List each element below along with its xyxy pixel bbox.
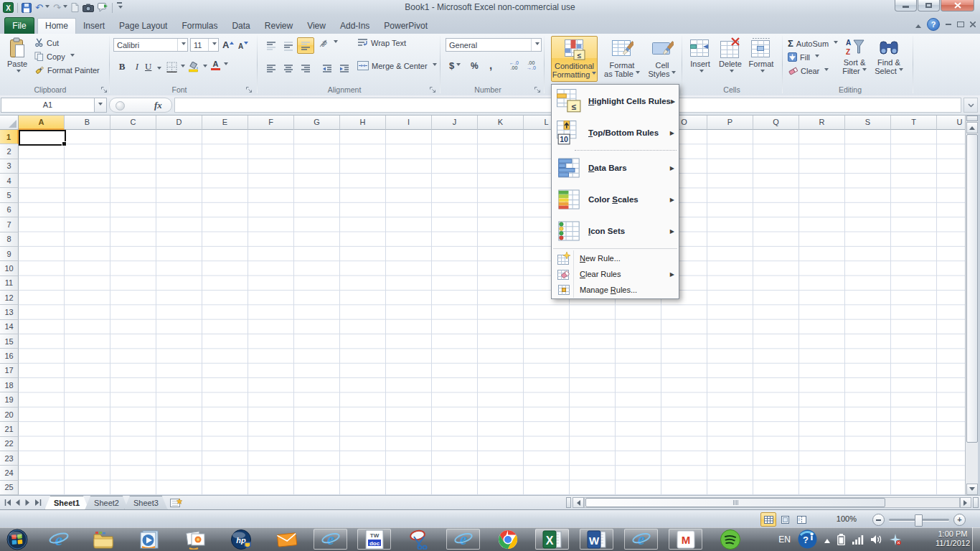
taskbar-mail[interactable] bbox=[270, 529, 303, 550]
menu-item-data-bars[interactable]: Data Bars ▶ bbox=[552, 152, 679, 184]
taskbar-word[interactable]: W bbox=[580, 529, 613, 550]
minimize-ribbon-icon[interactable] bbox=[915, 22, 921, 28]
taskbar-windows-explorer[interactable] bbox=[86, 529, 120, 550]
align-center-button[interactable] bbox=[280, 60, 297, 77]
column-header-R[interactable]: R bbox=[799, 116, 845, 130]
font-family-combo[interactable]: Calibri bbox=[113, 38, 188, 52]
workbook-minimize-icon[interactable] bbox=[946, 24, 951, 25]
taskbar-photo-viewer[interactable] bbox=[178, 529, 212, 550]
column-header-I[interactable]: I bbox=[386, 116, 432, 130]
network-signal-icon[interactable] bbox=[852, 534, 864, 545]
page-break-view-button[interactable] bbox=[793, 512, 809, 527]
tab-page-layout[interactable]: Page Layout bbox=[112, 18, 174, 34]
sheet-tab-sheet1[interactable]: Sheet1 bbox=[44, 496, 89, 510]
assistant-icon[interactable]: ? bbox=[798, 529, 817, 549]
clear-button[interactable]: Clear bbox=[788, 67, 829, 75]
column-header-B[interactable]: B bbox=[65, 116, 110, 130]
clock[interactable]: 1:00 PM 11/1/2012 bbox=[936, 529, 970, 548]
format-as-table-button[interactable]: Format as Table bbox=[600, 36, 644, 82]
selected-cell[interactable] bbox=[19, 130, 66, 146]
tab-powerpivot[interactable]: PowerPivot bbox=[377, 18, 435, 34]
column-header-T[interactable]: T bbox=[891, 116, 937, 130]
last-sheet-button[interactable] bbox=[33, 497, 42, 508]
row-header-25[interactable]: 25 bbox=[0, 481, 19, 495]
underline-dropdown[interactable] bbox=[155, 65, 161, 74]
row-header-2[interactable]: 2 bbox=[0, 144, 19, 159]
row-header-23[interactable]: 23 bbox=[0, 451, 19, 466]
fill-color-button[interactable] bbox=[188, 62, 207, 72]
column-header-G[interactable]: G bbox=[294, 116, 340, 130]
column-header-C[interactable]: C bbox=[110, 116, 156, 130]
row-header-7[interactable]: 7 bbox=[0, 217, 19, 232]
page-layout-view-button[interactable] bbox=[777, 512, 793, 527]
row-header-21[interactable]: 21 bbox=[0, 422, 19, 436]
row-header-12[interactable]: 12 bbox=[0, 291, 19, 305]
borders-button[interactable] bbox=[166, 62, 185, 72]
align-top-button[interactable] bbox=[263, 37, 280, 54]
tab-insert[interactable]: Insert bbox=[76, 18, 112, 34]
scroll-down-button[interactable] bbox=[966, 484, 978, 495]
help-icon[interactable]: ? bbox=[927, 18, 940, 31]
tab-home[interactable]: Home bbox=[37, 18, 76, 34]
tab-add-ins[interactable]: Add-Ins bbox=[333, 18, 377, 34]
orientation-button[interactable]: ab bbox=[319, 37, 338, 49]
row-header-8[interactable]: 8 bbox=[0, 232, 19, 247]
align-bottom-button[interactable] bbox=[297, 37, 314, 54]
menu-item-highlight-cells-rules[interactable]: ≤ Highlight Cells Rules ▶ bbox=[552, 85, 679, 117]
horizontal-scrollbar[interactable] bbox=[566, 496, 980, 509]
row-header-14[interactable]: 14 bbox=[0, 320, 19, 334]
scroll-right-button[interactable] bbox=[960, 497, 971, 508]
prev-sheet-button[interactable] bbox=[13, 497, 22, 508]
menu-item-top-bottom-rules[interactable]: 10 Top/Bottom Rules ▶ bbox=[552, 117, 679, 149]
row-header-20[interactable]: 20 bbox=[0, 408, 19, 422]
start-button[interactable] bbox=[3, 529, 32, 550]
merge-center-button[interactable]: Merge & Center bbox=[357, 61, 437, 70]
first-sheet-button[interactable] bbox=[3, 497, 12, 508]
show-hidden-icons-button[interactable] bbox=[824, 536, 830, 543]
column-header-Q[interactable]: Q bbox=[753, 116, 799, 130]
column-header-U[interactable]: U bbox=[937, 116, 965, 130]
fill-handle[interactable] bbox=[62, 141, 67, 146]
column-header-P[interactable]: P bbox=[707, 116, 753, 130]
name-box-dropdown[interactable] bbox=[95, 98, 107, 113]
sort-filter-button[interactable]: A Z Sort & Filter bbox=[838, 36, 871, 82]
column-header-J[interactable]: J bbox=[432, 116, 478, 130]
horizontal-split-handle[interactable] bbox=[973, 497, 979, 508]
scroll-left-button[interactable] bbox=[573, 497, 584, 508]
vertical-split-handle[interactable] bbox=[966, 116, 978, 121]
sheet-tab-sheet3[interactable]: Sheet3 bbox=[124, 496, 168, 510]
horizontal-scroll-track[interactable] bbox=[584, 497, 960, 508]
taskbar-chrome[interactable] bbox=[491, 529, 524, 550]
insert-cells-button[interactable]: Insert bbox=[686, 36, 715, 82]
fill-button[interactable]: Fill bbox=[788, 52, 819, 62]
next-sheet-button[interactable] bbox=[23, 497, 32, 508]
align-middle-button[interactable] bbox=[280, 37, 297, 54]
row-header-16[interactable]: 16 bbox=[0, 349, 19, 363]
bold-button[interactable]: B bbox=[116, 61, 128, 72]
tab-formulas[interactable]: Formulas bbox=[174, 18, 225, 34]
grow-font-button[interactable]: A bbox=[222, 38, 234, 52]
underline-button[interactable]: U bbox=[145, 61, 151, 72]
menu-item-color-scales[interactable]: Color Scales ▶ bbox=[552, 184, 679, 215]
cells-area[interactable] bbox=[19, 130, 965, 495]
column-header-S[interactable]: S bbox=[845, 116, 891, 130]
battery-icon[interactable] bbox=[837, 534, 845, 545]
percent-style-button[interactable]: % bbox=[471, 61, 479, 71]
normal-view-button[interactable] bbox=[760, 512, 776, 527]
alignment-dialog-launcher[interactable] bbox=[429, 86, 437, 94]
row-header-5[interactable]: 5 bbox=[0, 188, 19, 202]
insert-function-area[interactable]: fx bbox=[109, 98, 172, 113]
fx-icon[interactable]: fx bbox=[154, 100, 162, 111]
cell-styles-button[interactable]: Cell Styles bbox=[646, 36, 678, 82]
align-left-button[interactable] bbox=[263, 60, 280, 77]
clipboard-dialog-launcher[interactable] bbox=[100, 86, 108, 94]
menu-item-manage-rules[interactable]: Manage Rules... bbox=[552, 282, 679, 298]
taskbar-media-player[interactable] bbox=[132, 529, 166, 550]
increase-decimal-button[interactable]: ←.0 .00 bbox=[509, 60, 519, 70]
increase-indent-button[interactable] bbox=[336, 60, 353, 77]
volume-icon[interactable] bbox=[871, 534, 882, 545]
taskbar-gmail[interactable]: M bbox=[669, 529, 702, 550]
zoom-out-button[interactable] bbox=[872, 514, 885, 526]
zoom-slider-thumb[interactable] bbox=[915, 514, 923, 527]
zoom-level[interactable]: 100% bbox=[837, 514, 857, 523]
